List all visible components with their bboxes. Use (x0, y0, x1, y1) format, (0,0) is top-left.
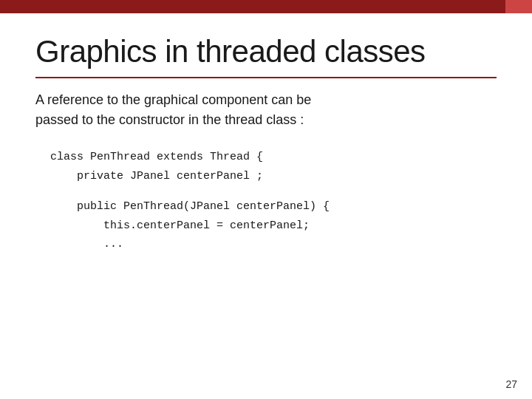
code-spacer-1 (50, 185, 497, 197)
title-divider (35, 77, 497, 78)
subtitle: A reference to the graphical component c… (35, 90, 497, 130)
code-line-2: private JPanel centerPanel ; (50, 167, 497, 186)
code-line-5: this.centerPanel = centerPanel; (50, 216, 497, 236)
code-line-6: ... (50, 235, 497, 254)
corner-box (505, 0, 532, 13)
subtitle-line1: A reference to the graphical component c… (35, 92, 311, 107)
top-bar (0, 0, 532, 13)
code-block: class PenThread extends Thread { private… (35, 148, 497, 254)
slide-title: Graphics in threaded classes (35, 34, 497, 69)
code-line-1: class PenThread extends Thread { (50, 148, 497, 167)
code-line-4: public PenThread(JPanel centerPanel) { (50, 197, 497, 216)
subtitle-line2: passed to the constructor in the thread … (35, 112, 304, 127)
slide-number: 27 (505, 378, 517, 390)
slide-content: Graphics in threaded classes A reference… (0, 13, 532, 399)
